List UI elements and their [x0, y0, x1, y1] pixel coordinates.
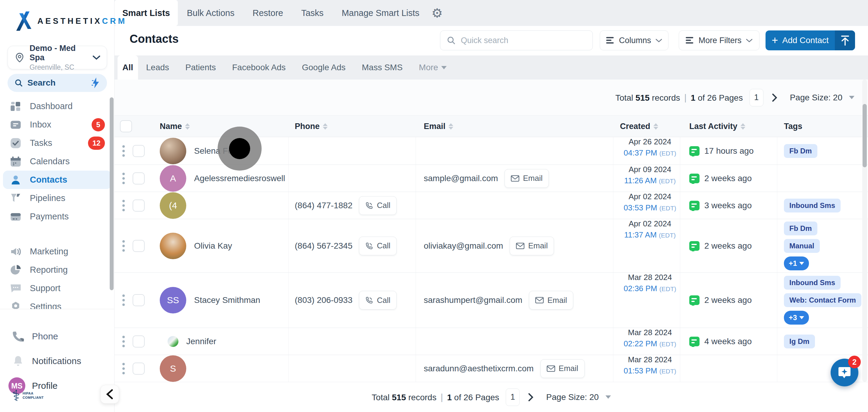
brand-wordmark: AESTHETIXCRM	[37, 17, 127, 26]
sidebar-scrollbar[interactable]	[110, 97, 114, 290]
column-header-last-activity[interactable]: Last Activity	[680, 122, 777, 131]
sidebar-search-label: Search	[27, 78, 91, 88]
sidebar-item-dashboard[interactable]: Dashboard	[3, 97, 112, 116]
caret-down-icon[interactable]	[606, 395, 611, 399]
row-checkbox[interactable]	[133, 172, 145, 185]
last-activity-cell: 2 weeks ago	[680, 273, 777, 327]
select-all-checkbox[interactable]	[120, 120, 132, 132]
table-row[interactable]: Selena Felix Apr 26 2024 04:37 PM (EDT) …	[115, 137, 868, 165]
drag-handle-icon[interactable]	[122, 294, 125, 306]
call-button[interactable]: Call	[359, 291, 397, 310]
email-button[interactable]: Email	[504, 169, 549, 188]
email-button[interactable]: Email	[540, 359, 585, 378]
sidebar-item-support[interactable]: Support	[3, 279, 112, 297]
contact-name-link[interactable]: Olivia Kay	[194, 241, 232, 251]
sidebar-item-inbox[interactable]: Inbox 5	[3, 116, 112, 134]
last-activity-cell: 4 weeks ago	[680, 328, 777, 355]
table-row[interactable]: SS Stacey Smithman (803) 206-0933 Call s…	[115, 273, 868, 328]
sidebar-item-phone[interactable]: Phone	[0, 327, 114, 346]
more-filters-button[interactable]: More Filters	[679, 30, 760, 50]
smartlist-tab-google-ads[interactable]: Google Ads	[294, 56, 354, 80]
drag-handle-icon[interactable]	[122, 173, 125, 184]
columns-button[interactable]: Columns	[600, 30, 669, 50]
tab-restore[interactable]: Restore	[244, 0, 292, 26]
row-checkbox[interactable]	[133, 336, 145, 348]
tasks-badge: 12	[88, 136, 105, 150]
last-activity-cell: 2 weeks ago	[680, 165, 777, 192]
sidebar-item-marketing[interactable]: Marketing	[3, 242, 112, 261]
drag-handle-icon[interactable]	[122, 240, 125, 252]
sidebar-search[interactable]: Search	[7, 74, 107, 92]
column-header-created[interactable]: Created	[613, 122, 680, 131]
next-page-button[interactable]	[770, 92, 779, 103]
drag-handle-icon[interactable]	[122, 363, 125, 374]
more-tags-button[interactable]: +1	[784, 256, 809, 271]
location-selector[interactable]: Demo - Med Spa Greenville, SC	[7, 46, 107, 69]
smartlist-tab-patients[interactable]: Patients	[177, 56, 224, 80]
quick-search[interactable]	[440, 30, 593, 50]
tag-pill: Inbound Sms	[784, 199, 841, 213]
row-checkbox[interactable]	[133, 145, 145, 157]
sidebar-collapse-button[interactable]	[100, 385, 119, 404]
sidebar-item-calendars[interactable]: Calendars	[3, 152, 112, 170]
contact-name-link[interactable]: Jennifer	[186, 337, 216, 346]
sidebar-item-pipelines[interactable]: Pipelines	[3, 189, 112, 208]
contact-email: sarashumpert@gmail.com	[424, 295, 522, 305]
sidebar-item-payments[interactable]: Payments	[3, 208, 112, 226]
drag-handle-icon[interactable]	[122, 200, 125, 211]
quick-search-input[interactable]	[461, 36, 575, 45]
email-button[interactable]: Email	[510, 236, 554, 255]
row-checkbox[interactable]	[133, 294, 145, 306]
tag-pill: Ig Dm	[784, 335, 815, 348]
column-header-phone[interactable]: Phone	[289, 122, 416, 131]
email-button[interactable]: Email	[529, 291, 573, 310]
sidebar-item-notifications[interactable]: Notifications	[0, 351, 114, 371]
hipaa-compliant-logo: ⚕ HIPAACOMPLIANT	[12, 388, 44, 403]
settings-gear-icon[interactable]: ⚙	[429, 0, 446, 26]
tab-manage-smart-lists[interactable]: Manage Smart Lists	[333, 0, 429, 26]
avatar	[160, 233, 186, 259]
smartlist-tab-facebook-ads[interactable]: Facebook Ads	[224, 56, 293, 80]
smartlist-tab-more[interactable]: More	[411, 56, 455, 80]
contact-name-link[interactable]: Agelessremediesroswell	[194, 173, 285, 183]
table-row[interactable]: (4 (864) 477-1882 Call Apr 02 2024 03:53…	[115, 192, 868, 219]
add-contact-button[interactable]: + Add Contact	[766, 30, 855, 50]
tab-tasks[interactable]: Tasks	[292, 0, 333, 26]
column-header-name[interactable]: Name	[160, 122, 289, 131]
call-button[interactable]: Call	[359, 236, 397, 255]
import-contacts-button[interactable]	[835, 30, 855, 50]
caret-down-icon	[799, 316, 804, 319]
contact-name-link[interactable]: Selena Felix	[194, 146, 241, 156]
caret-down-icon[interactable]	[849, 96, 855, 99]
table-row[interactable]: Jennifer Mar 28 2024 02:22 PM (EDT) 4 we…	[115, 328, 868, 355]
page-size-label[interactable]: Page Size: 20	[790, 93, 842, 102]
contact-name-link[interactable]: Stacey Smithman	[194, 295, 260, 305]
smartlist-tab-all[interactable]: All	[118, 56, 138, 80]
tab-bulk-actions[interactable]: Bulk Actions	[178, 0, 244, 26]
more-tags-button[interactable]: +3	[784, 311, 809, 325]
created-cell: Apr 26 2024 04:37 PM (EDT)	[613, 137, 680, 164]
row-checkbox[interactable]	[133, 199, 145, 212]
table-row[interactable]: S saradunn@aesthetixcrm.com Email Mar 28…	[115, 355, 868, 382]
page-number-input[interactable]	[749, 89, 764, 106]
sidebar-item-tasks[interactable]: Tasks 12	[3, 134, 112, 152]
smartlist-tab-mass-sms[interactable]: Mass SMS	[353, 56, 410, 80]
page-size-label[interactable]: Page Size: 20	[546, 392, 598, 402]
call-button[interactable]: Call	[359, 196, 397, 215]
row-checkbox[interactable]	[133, 240, 145, 252]
smartlist-tab-leads[interactable]: Leads	[138, 56, 177, 80]
drag-handle-icon[interactable]	[122, 336, 125, 347]
column-header-email[interactable]: Email	[416, 122, 613, 131]
drag-handle-icon[interactable]	[122, 145, 125, 157]
sidebar-item-reporting[interactable]: Reporting	[3, 261, 112, 279]
sort-icon	[653, 123, 658, 130]
next-page-button[interactable]	[526, 392, 535, 403]
envelope-icon	[516, 243, 524, 249]
page-number-input[interactable]	[506, 388, 520, 406]
chat-widget-button[interactable]: 2	[831, 359, 858, 386]
table-row[interactable]: Olivia Kay (864) 567-2345 Call oliviakay…	[115, 219, 868, 273]
sidebar-item-contacts[interactable]: Contacts	[3, 170, 112, 189]
row-checkbox[interactable]	[133, 362, 145, 375]
table-row[interactable]: A Agelessremediesroswell sample@gmail.co…	[115, 165, 868, 192]
table-scrollbar[interactable]	[863, 104, 867, 167]
